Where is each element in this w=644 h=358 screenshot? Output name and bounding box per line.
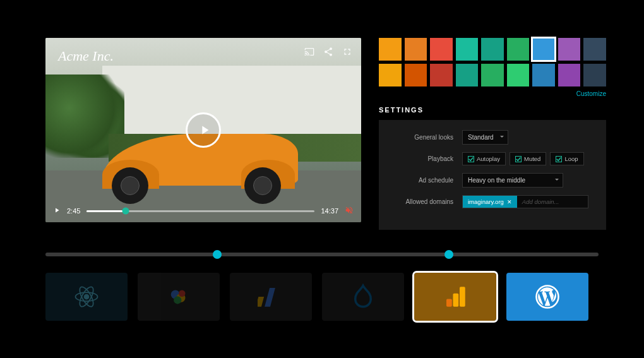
- color-swatch[interactable]: [456, 64, 479, 87]
- play-small-icon[interactable]: [53, 206, 61, 215]
- integration-wordpress[interactable]: [506, 273, 588, 321]
- ad-schedule-select[interactable]: Heavy on the middle: [462, 173, 563, 188]
- integration-google-cloud[interactable]: [138, 273, 220, 321]
- fullscreen-icon[interactable]: [342, 47, 352, 59]
- muted-checkbox[interactable]: Muted: [510, 152, 546, 165]
- integration-adsense[interactable]: [230, 273, 312, 321]
- color-swatch[interactable]: [558, 38, 581, 61]
- settings-panel: General looks Standard Playback Autoplay…: [379, 120, 606, 230]
- remove-tag-icon[interactable]: ✕: [507, 199, 512, 205]
- svg-rect-12: [460, 287, 465, 307]
- color-swatch[interactable]: [481, 38, 504, 61]
- color-swatch[interactable]: [430, 38, 453, 61]
- color-swatch[interactable]: [481, 64, 504, 87]
- integration-drupal[interactable]: [322, 273, 404, 321]
- color-swatch[interactable]: [507, 38, 530, 61]
- color-swatch[interactable]: [456, 38, 479, 61]
- duration: 14:37: [321, 207, 338, 215]
- svg-point-6: [174, 296, 181, 304]
- slider-thumb-2[interactable]: [444, 250, 453, 259]
- svg-point-0: [85, 295, 89, 299]
- autoplay-checkbox[interactable]: Autoplay: [462, 152, 506, 165]
- color-swatch[interactable]: [379, 64, 402, 87]
- svg-point-7: [179, 290, 186, 297]
- play-button[interactable]: [186, 112, 221, 148]
- color-swatch[interactable]: [532, 38, 555, 61]
- video-player[interactable]: Acme Inc. 2:45 14:37: [45, 38, 361, 222]
- color-swatch[interactable]: [405, 38, 427, 61]
- svg-rect-8: [258, 297, 264, 307]
- setting-label: Playback: [390, 155, 453, 162]
- setting-label: General looks: [390, 134, 453, 141]
- color-swatch[interactable]: [532, 64, 555, 87]
- current-time: 2:45: [67, 207, 80, 215]
- domain-placeholder: Add domain...: [517, 198, 559, 205]
- color-swatch[interactable]: [583, 38, 606, 61]
- cast-icon[interactable]: [304, 47, 314, 59]
- setting-label: Allowed domains: [390, 198, 453, 205]
- color-palette: [379, 38, 606, 87]
- allowed-domains-input[interactable]: imaginary.org✕ Add domain...: [462, 195, 588, 208]
- domain-tag[interactable]: imaginary.org✕: [463, 196, 517, 208]
- color-swatch[interactable]: [430, 64, 453, 87]
- svg-rect-9: [265, 288, 275, 307]
- general-looks-select[interactable]: Standard: [462, 130, 508, 145]
- integration-react[interactable]: [45, 273, 128, 321]
- integration-analytics[interactable]: [414, 273, 496, 321]
- svg-rect-11: [453, 294, 459, 307]
- loop-checkbox[interactable]: Loop: [550, 152, 583, 165]
- color-swatch[interactable]: [583, 64, 606, 87]
- color-swatch[interactable]: [507, 64, 530, 87]
- progress-bar[interactable]: [86, 210, 314, 212]
- setting-label: Ad schedule: [390, 177, 453, 184]
- slider-thumb-1[interactable]: [213, 250, 222, 259]
- svg-rect-10: [446, 299, 452, 307]
- integrations-row: [0, 256, 644, 321]
- range-slider[interactable]: [45, 253, 599, 256]
- settings-title: SETTINGS: [379, 106, 606, 114]
- color-swatch[interactable]: [405, 64, 427, 87]
- color-swatch[interactable]: [558, 64, 581, 87]
- customize-link[interactable]: Customize: [379, 90, 606, 97]
- volume-muted-icon[interactable]: [345, 206, 354, 216]
- color-swatch[interactable]: [379, 38, 402, 61]
- share-icon[interactable]: [323, 47, 333, 59]
- brand-watermark: Acme Inc.: [58, 48, 114, 64]
